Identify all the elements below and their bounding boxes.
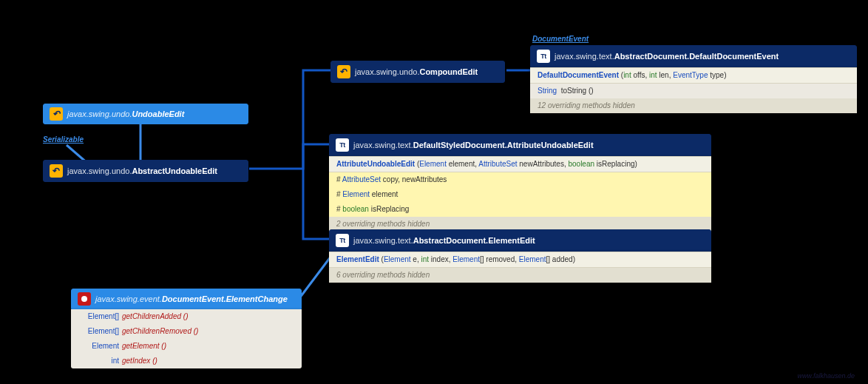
body: DefaultDocumentEvent (int offs, int len,… [530, 67, 857, 113]
header: ↶ javax.swing.undo.CompoundEdit [330, 61, 505, 83]
body: ElementEdit (Element e, int index, Eleme… [329, 252, 711, 283]
class-name: CompoundEdit [419, 67, 478, 76]
text-icon: Tt [537, 50, 550, 63]
node-abstract-undoable-edit[interactable]: ↶ javax.swing.undo.AbstractUndoableEdit [43, 160, 248, 182]
class-name: DocumentEvent.ElementChange [162, 294, 288, 303]
node-default-document-event[interactable]: Tt javax.swing.text.AbstractDocument.Def… [530, 45, 857, 113]
undo-icon: ↶ [50, 107, 63, 121]
body: AttributeUndoableEdit (Element element, … [329, 156, 711, 232]
label-serializable[interactable]: Serializable [43, 135, 84, 144]
ball-icon [78, 292, 91, 306]
class-name: AbstractUndoableEdit [132, 166, 217, 175]
canvas: Serializable DocumentEvent ↶ javax.swing… [0, 0, 868, 384]
node-compound-edit[interactable]: ↶ javax.swing.undo.CompoundEdit [330, 61, 505, 83]
header: ↶ javax.swing.undo.UndoableEdit [43, 104, 248, 124]
header: ↶ javax.swing.undo.AbstractUndoableEdit [43, 160, 248, 182]
label-documentevent[interactable]: DocumentEvent [532, 35, 589, 43]
header: Tt javax.swing.text.AbstractDocument.Def… [530, 45, 857, 67]
constructor-row: AttributeUndoableEdit (Element element, … [329, 156, 711, 172]
node-attribute-undoable-edit[interactable]: Tt javax.swing.text.DefaultStyledDocumen… [329, 134, 711, 232]
method-row: Element[]getChildrenAdded () [71, 309, 302, 324]
package-label: javax.swing.undo. [67, 110, 132, 118]
undo-icon: ↶ [50, 164, 63, 178]
package-label: javax.swing.undo. [355, 67, 419, 76]
text-icon: Tt [336, 138, 349, 152]
field-row: # Element element [329, 187, 711, 202]
watermark: www.falkhausen.de [797, 372, 855, 380]
header: javax.swing.event.DocumentEvent.ElementC… [71, 289, 302, 309]
method-row: intgetIndex () [71, 354, 302, 368]
package-label: javax.swing.event. [95, 294, 162, 303]
svg-point-0 [81, 296, 87, 302]
field-row: # AttributeSet copy, newAttributes [329, 172, 711, 187]
method-row: String toString () [530, 84, 857, 98]
class-name: UndoableEdit [132, 110, 184, 118]
class-name: DefaultStyledDocument.AttributeUndoableE… [413, 141, 594, 149]
method-row: Element[]getChildrenRemoved () [71, 324, 302, 339]
node-undoable-edit[interactable]: ↶ javax.swing.undo.UndoableEdit [43, 104, 248, 124]
package-label: javax.swing.undo. [67, 166, 132, 175]
constructor-row: ElementEdit (Element e, int index, Eleme… [329, 252, 711, 268]
package-label: javax.swing.text. [353, 141, 413, 149]
node-element-edit[interactable]: Tt javax.swing.text.AbstractDocument.Ele… [329, 229, 711, 283]
hidden-note: 12 overriding methods hidden [530, 98, 857, 113]
package-label: javax.swing.text. [555, 52, 614, 61]
undo-icon: ↶ [337, 65, 350, 78]
hidden-note: 6 overriding methods hidden [329, 268, 711, 283]
package-label: javax.swing.text. [353, 236, 413, 245]
field-row: # boolean isReplacing [329, 202, 711, 217]
class-name: AbstractDocument.ElementEdit [413, 236, 535, 245]
constructor-row: DefaultDocumentEvent (int offs, int len,… [530, 67, 857, 84]
method-row: ElementgetElement () [71, 339, 302, 354]
header: Tt javax.swing.text.DefaultStyledDocumen… [329, 134, 711, 156]
class-name: AbstractDocument.DefaultDocumentEvent [614, 52, 779, 61]
text-icon: Tt [336, 234, 349, 247]
header: Tt javax.swing.text.AbstractDocument.Ele… [329, 229, 711, 252]
body: Element[]getChildrenAdded () Element[]ge… [71, 309, 302, 368]
node-element-change[interactable]: javax.swing.event.DocumentEvent.ElementC… [71, 289, 302, 368]
